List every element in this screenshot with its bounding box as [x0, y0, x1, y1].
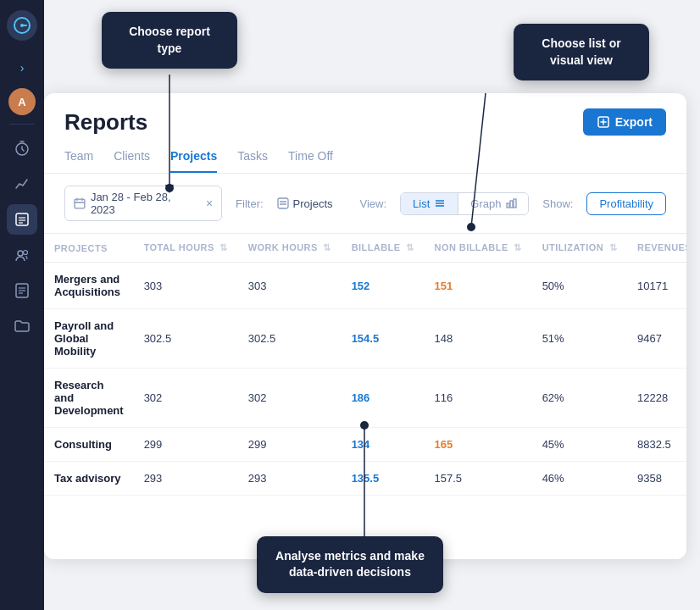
tooltip-analyse: Analyse metrics and make data-driven dec…: [257, 536, 443, 593]
utilization: 46%: [532, 462, 627, 496]
utilization: 45%: [532, 428, 627, 462]
work-hours: 303: [238, 263, 342, 309]
tooltip-view: Choose list or visual view: [514, 24, 649, 80]
tab-clients[interactable]: Clients: [114, 149, 150, 173]
sidebar-item-analytics[interactable]: [7, 169, 37, 199]
total-hours: 302.5: [134, 309, 238, 369]
utilization: 62%: [532, 369, 627, 428]
sidebar-item-timer[interactable]: [7, 133, 37, 164]
table-row: Mergers and Acquisitions 303 303 152 151…: [44, 263, 686, 309]
view-list-button[interactable]: List: [401, 193, 458, 214]
view-graph-button[interactable]: Graph: [458, 193, 529, 214]
sidebar-item-users[interactable]: [7, 240, 37, 270]
export-button[interactable]: Export: [583, 108, 666, 136]
total-hours: 302: [134, 369, 238, 428]
work-hours: 293: [238, 462, 342, 496]
non-billable: 151: [425, 263, 532, 309]
sidebar-item-chevron[interactable]: ›: [7, 53, 37, 83]
show-profitability-button[interactable]: Profitability: [586, 192, 666, 215]
non-billable: 165: [425, 428, 532, 462]
svg-rect-26: [514, 199, 516, 208]
svg-point-7: [18, 251, 23, 256]
main-content: Reports Export Team Clients Projects Tas…: [44, 93, 686, 559]
col-utilization[interactable]: UTILIZATION ⇅: [532, 234, 627, 263]
utilization: 51%: [532, 309, 627, 369]
revenues: 9467: [627, 309, 686, 369]
utilization: 50%: [532, 263, 627, 309]
date-range-picker[interactable]: Jan 28 - Feb 28, 2023 ×: [64, 186, 222, 221]
sidebar: › A: [0, 0, 44, 610]
show-label: Show:: [542, 197, 573, 210]
project-name: Consulting: [44, 428, 134, 462]
table-row: Tax advisory 293 293 135.5 157.5 46% 935…: [44, 462, 686, 496]
col-work-hours[interactable]: WORK HOURS ⇅: [238, 234, 342, 263]
svg-rect-14: [75, 199, 85, 208]
sort-icon: ⇅: [514, 242, 521, 253]
non-billable: 157.5: [425, 462, 532, 496]
sidebar-item-document[interactable]: [7, 275, 37, 306]
total-hours: 299: [134, 428, 238, 462]
table-row: Research and Development 302 302 186 116…: [44, 369, 686, 428]
page-title: Reports: [64, 109, 147, 136]
billable: 186: [342, 369, 425, 428]
total-hours: 293: [134, 462, 238, 496]
col-non-billable[interactable]: NON BILLABLE ⇅: [425, 234, 532, 263]
filter-projects[interactable]: Projects: [277, 197, 333, 210]
filter-label: Filter:: [236, 197, 264, 210]
svg-rect-24: [507, 203, 509, 208]
sort-icon: ⇅: [323, 242, 331, 253]
sidebar-logo[interactable]: [7, 10, 37, 41]
svg-point-1: [20, 24, 24, 27]
data-table: PROJECTS TOTAL HOURS ⇅ WORK HOURS ⇅ BILL…: [44, 234, 686, 496]
filter-value: Projects: [293, 197, 333, 210]
col-billable[interactable]: BILLABLE ⇅: [342, 234, 425, 263]
revenues: 8832.5: [627, 428, 686, 462]
date-range-value: Jan 28 - Feb 28, 2023: [91, 191, 197, 216]
filter-bar: Jan 28 - Feb 28, 2023 × Filter: Projects…: [44, 174, 686, 234]
tab-bar: Team Clients Projects Tasks Time Off: [44, 139, 686, 174]
billable: 152: [342, 263, 425, 309]
project-name: Tax advisory: [44, 462, 134, 496]
table-row: Consulting 299 299 134 165 45% 8832.5 52…: [44, 428, 686, 462]
work-hours: 302.5: [238, 309, 342, 369]
svg-rect-3: [16, 214, 28, 225]
view-label: View:: [360, 197, 387, 210]
sort-icon: ⇅: [609, 242, 617, 253]
tab-projects[interactable]: Projects: [170, 149, 217, 173]
avatar[interactable]: A: [8, 88, 36, 115]
revenues: 9358: [627, 462, 686, 496]
total-hours: 303: [134, 263, 238, 309]
non-billable: 148: [425, 309, 532, 369]
non-billable: 116: [425, 369, 532, 428]
view-toggle: List Graph: [400, 192, 529, 215]
tab-timeoff[interactable]: Time Off: [288, 149, 333, 173]
page-header: Reports Export: [44, 93, 686, 136]
date-clear-button[interactable]: ×: [206, 197, 213, 210]
work-hours: 299: [238, 428, 342, 462]
col-revenues[interactable]: REVENUES ⇅: [627, 234, 686, 263]
billable: 154.5: [342, 309, 425, 369]
svg-point-8: [24, 251, 28, 255]
sort-icon: ⇅: [219, 242, 227, 253]
divider1: [9, 124, 35, 125]
col-total-hours[interactable]: TOTAL HOURS ⇅: [134, 234, 238, 263]
sidebar-item-folder[interactable]: [7, 311, 37, 341]
work-hours: 302: [238, 369, 342, 428]
col-projects: PROJECTS: [44, 234, 134, 263]
billable: 135.5: [342, 462, 425, 496]
svg-rect-18: [278, 198, 288, 208]
tab-tasks[interactable]: Tasks: [237, 149, 268, 173]
svg-rect-25: [510, 201, 513, 208]
tab-team[interactable]: Team: [64, 149, 93, 173]
tooltip-report-type: Choose report type: [102, 12, 237, 69]
revenues: 10171: [627, 263, 686, 309]
revenues: 12228: [627, 369, 686, 428]
table-container: PROJECTS TOTAL HOURS ⇅ WORK HOURS ⇅ BILL…: [44, 234, 686, 496]
sidebar-item-reports[interactable]: [7, 204, 37, 235]
project-name: Mergers and Acquisitions: [44, 263, 134, 309]
sort-icon: ⇅: [406, 242, 414, 253]
billable: 134: [342, 428, 425, 462]
table-row: Payroll and Global Mobility 302.5 302.5 …: [44, 309, 686, 369]
project-name: Research and Development: [44, 369, 134, 428]
project-name: Payroll and Global Mobility: [44, 309, 134, 369]
